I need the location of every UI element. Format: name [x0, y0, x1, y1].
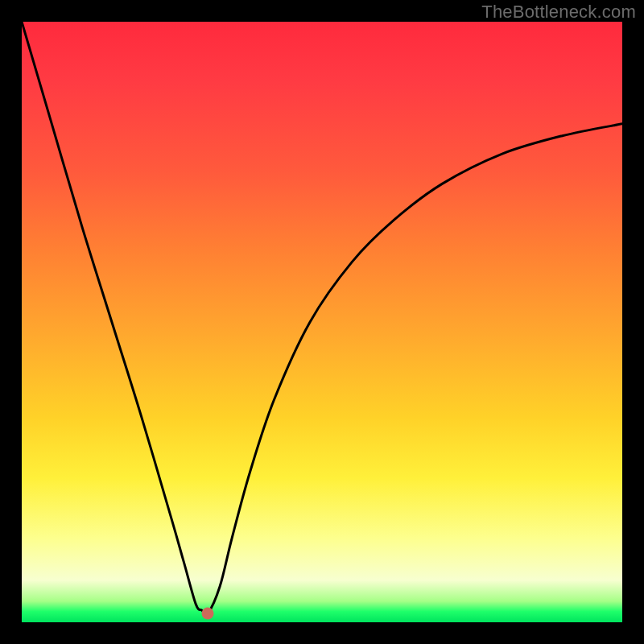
minimum-marker-dot — [202, 607, 214, 619]
plot-area — [22, 22, 622, 622]
watermark-text: TheBottleneck.com — [481, 2, 636, 23]
bottleneck-curve — [22, 22, 622, 622]
chart-stage: TheBottleneck.com — [0, 0, 644, 644]
